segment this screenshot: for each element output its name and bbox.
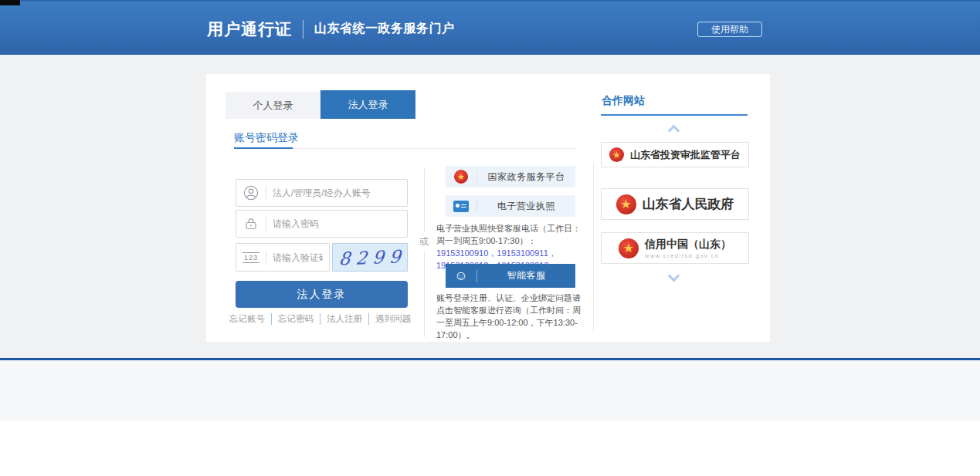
or-label: 或 [415,232,432,252]
forgot-password-link[interactable]: 忘记密码 [271,313,314,325]
password-input[interactable] [266,218,407,229]
smart-service-note: 账号登录注册、认证、企业绑定问题请点击智能客服进行咨询（工作时间：周一至周五上午… [436,292,581,341]
tab-personal-login[interactable]: 个人登录 [226,92,320,119]
headset-smiley-icon: ☺ [446,269,476,282]
partner-site-name: 山东省投资审批监管平台 [630,148,741,162]
login-page: 用户通行证 山东省统一政务服务门户 使用帮助 个人登录 法人登录 账号密码登录 [0,0,980,476]
chevron-up-icon[interactable] [668,125,680,137]
numbers-123-icon: 123 [236,252,266,263]
e-license-note-text: 电子营业执照快登客服电话（工作日：周一到周五9:00-17:30）： [436,224,581,245]
partner-site-investment-platform[interactable]: ★ 山东省投资审批监管平台 [601,142,749,167]
account-field-wrap [236,179,408,207]
partner-site-credit-china[interactable]: ★ 信用中国（山东） www.creditsd.gov.cn [601,232,749,264]
smart-service-label: 智能客服 [477,269,575,282]
national-emblem-icon: ★ [619,238,639,258]
e-license-button[interactable]: 电子营业执照 [446,195,575,217]
partner-site-name: 山东省人民政府 [643,195,734,213]
screen-corner-artifact [0,0,20,5]
page-title: 用户通行证 [207,19,292,40]
legal-login-button[interactable]: 法人登录 [236,281,408,308]
captcha-field-wrap: 123 [236,243,330,272]
national-emblem-icon: ★ [616,194,636,214]
login-card: 个人登录 法人登录 账号密码登录 [206,74,770,342]
partner-site-shandong-gov[interactable]: ★ 山东省人民政府 [601,188,749,220]
page-subtitle: 山东省统一政务服务门户 [314,21,455,37]
problems-link[interactable]: 遇到问题 [368,313,411,325]
partners-title: 合作网站 [602,94,645,108]
national-emblem-icon: ★ [609,147,624,162]
lock-icon [236,217,266,231]
captcha-code: 8299 [333,246,407,268]
chevron-down-icon[interactable] [668,270,680,282]
smart-service-button[interactable]: ☺ 智能客服 [446,264,575,288]
helper-links: 忘记账号 忘记密码 法人注册 遇到问题 [229,313,411,325]
partner-site-name: 信用中国（山东） [645,238,731,250]
partners-underline [601,114,748,116]
forgot-account-link[interactable]: 忘记账号 [229,313,265,325]
password-field-wrap [236,210,408,238]
tab-legal-login[interactable]: 法人登录 [320,90,415,119]
partner-site-url: www.creditsd.gov.cn [645,253,731,259]
e-license-card-icon [446,201,476,212]
help-button[interactable]: 使用帮助 [697,22,762,37]
national-emblem-icon: ★ [446,170,476,184]
account-input[interactable] [266,187,407,198]
captcha-input[interactable] [266,252,329,263]
national-platform-label: 国家政务服务平台 [477,170,575,184]
legal-register-link[interactable]: 法人注册 [320,313,362,325]
header-title-group: 用户通行证 山东省统一政务服务门户 [207,2,455,56]
vertical-divider [593,162,594,332]
tab-account-password-login[interactable]: 账号密码登录 [234,131,299,145]
title-divider [303,20,303,39]
header-banner: 用户通行证 山东省统一政务服务门户 使用帮助 [0,0,980,55]
vertical-divider [424,168,425,337]
captcha-image[interactable]: 8299 [332,243,408,272]
national-platform-button[interactable]: ★ 国家政务服务平台 [446,166,575,187]
method-active-underline [234,147,293,149]
footer: 山东省人民政府主办 山东省人民政府办公厅承办 山东省人民政府版权所有 政府网站识… [0,360,980,421]
user-icon [236,185,266,201]
e-license-label: 电子营业执照 [477,200,575,213]
